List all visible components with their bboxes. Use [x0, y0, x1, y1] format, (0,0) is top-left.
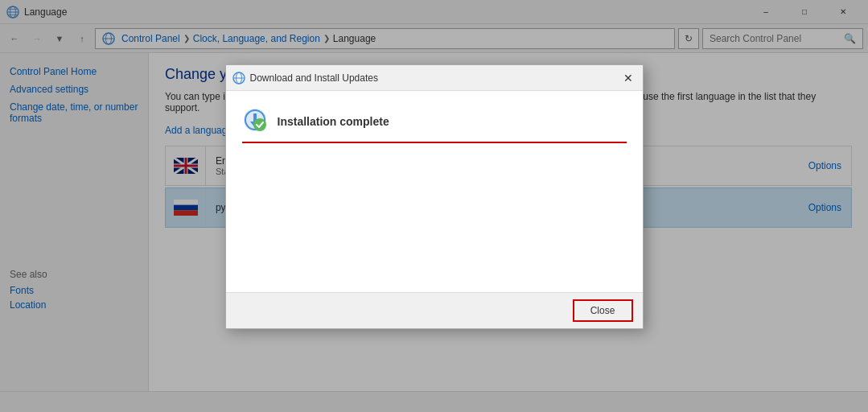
dialog-title: Download and Install Updates: [250, 72, 620, 84]
dialog-titlebar: Download and Install Updates ✕: [226, 65, 643, 91]
installation-complete-row: Installation complete: [242, 107, 627, 143]
dialog-icon: [232, 72, 245, 84]
dialog-close-button[interactable]: Close: [573, 299, 633, 322]
dialog-close-x-button[interactable]: ✕: [620, 70, 636, 86]
install-complete-icon: [242, 107, 268, 135]
dialog-footer: Close: [226, 292, 643, 328]
dialog-body: Installation complete: [226, 91, 643, 292]
svg-point-25: [253, 118, 266, 131]
installation-complete-text: Installation complete: [278, 115, 389, 128]
dialog-overlay: Download and Install Updates ✕: [0, 0, 868, 412]
download-install-dialog: Download and Install Updates ✕: [225, 64, 644, 329]
